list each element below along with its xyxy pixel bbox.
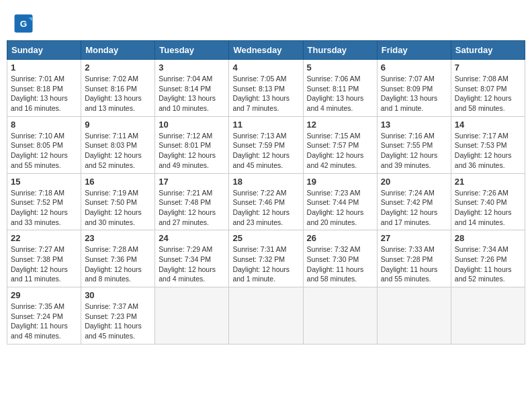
calendar-cell: 17Sunrise: 7:21 AMSunset: 7:48 PMDayligh… xyxy=(155,173,229,230)
weekday-wednesday: Wednesday xyxy=(229,41,303,60)
weekday-sunday: Sunday xyxy=(7,41,81,60)
calendar-cell xyxy=(155,287,229,345)
day-number: 6 xyxy=(381,62,447,73)
weekday-saturday: Saturday xyxy=(451,41,525,60)
calendar-table: SundayMondayTuesdayWednesdayThursdayFrid… xyxy=(7,40,525,345)
logo: G xyxy=(13,13,35,34)
day-info: Sunrise: 7:04 AMSunset: 8:14 PMDaylight:… xyxy=(159,74,225,113)
day-number: 21 xyxy=(455,177,521,187)
day-info: Sunrise: 7:27 AMSunset: 7:38 PMDaylight:… xyxy=(11,244,77,284)
weekday-thursday: Thursday xyxy=(303,41,377,60)
weekday-friday: Friday xyxy=(377,41,451,60)
calendar-cell: 10Sunrise: 7:12 AMSunset: 8:01 PMDayligh… xyxy=(155,116,229,173)
day-info: Sunrise: 7:07 AMSunset: 8:09 PMDaylight:… xyxy=(381,74,447,113)
calendar-cell: 16Sunrise: 7:19 AMSunset: 7:50 PMDayligh… xyxy=(81,173,155,230)
page-header: G xyxy=(7,7,525,37)
calendar-cell: 23Sunrise: 7:28 AMSunset: 7:36 PMDayligh… xyxy=(81,230,155,287)
calendar-cell: 6Sunrise: 7:07 AMSunset: 8:09 PMDaylight… xyxy=(377,60,451,117)
calendar-body: 1Sunrise: 7:01 AMSunset: 8:18 PMDaylight… xyxy=(7,60,525,345)
day-number: 23 xyxy=(85,233,151,243)
calendar-cell: 25Sunrise: 7:31 AMSunset: 7:32 PMDayligh… xyxy=(229,230,303,287)
calendar-cell: 15Sunrise: 7:18 AMSunset: 7:52 PMDayligh… xyxy=(7,173,81,230)
day-number: 7 xyxy=(455,62,521,73)
calendar-cell: 8Sunrise: 7:10 AMSunset: 8:05 PMDaylight… xyxy=(7,116,81,173)
calendar-cell: 11Sunrise: 7:13 AMSunset: 7:59 PMDayligh… xyxy=(229,116,303,173)
day-info: Sunrise: 7:12 AMSunset: 8:01 PMDaylight:… xyxy=(159,131,225,171)
day-number: 1 xyxy=(11,62,77,73)
calendar-cell: 12Sunrise: 7:15 AMSunset: 7:57 PMDayligh… xyxy=(303,116,377,173)
day-number: 5 xyxy=(307,62,373,73)
day-info: Sunrise: 7:26 AMSunset: 7:40 PMDaylight:… xyxy=(455,188,521,228)
day-info: Sunrise: 7:19 AMSunset: 7:50 PMDaylight:… xyxy=(85,188,151,228)
calendar-cell xyxy=(303,287,377,345)
calendar-cell: 22Sunrise: 7:27 AMSunset: 7:38 PMDayligh… xyxy=(7,230,81,287)
calendar-cell: 7Sunrise: 7:08 AMSunset: 8:07 PMDaylight… xyxy=(451,60,525,117)
calendar-cell: 28Sunrise: 7:34 AMSunset: 7:26 PMDayligh… xyxy=(451,230,525,287)
weekday-monday: Monday xyxy=(81,41,155,60)
calendar-cell: 21Sunrise: 7:26 AMSunset: 7:40 PMDayligh… xyxy=(451,173,525,230)
day-info: Sunrise: 7:28 AMSunset: 7:36 PMDaylight:… xyxy=(85,244,151,284)
day-info: Sunrise: 7:21 AMSunset: 7:48 PMDaylight:… xyxy=(159,188,225,228)
day-number: 17 xyxy=(159,177,225,187)
day-info: Sunrise: 7:06 AMSunset: 8:11 PMDaylight:… xyxy=(307,74,373,113)
day-number: 29 xyxy=(11,290,77,300)
day-info: Sunrise: 7:37 AMSunset: 7:23 PMDaylight:… xyxy=(85,302,151,341)
calendar-cell: 2Sunrise: 7:02 AMSunset: 8:16 PMDaylight… xyxy=(81,60,155,117)
calendar-cell: 9Sunrise: 7:11 AMSunset: 8:03 PMDaylight… xyxy=(81,116,155,173)
day-info: Sunrise: 7:34 AMSunset: 7:26 PMDaylight:… xyxy=(455,244,521,284)
day-number: 26 xyxy=(307,233,373,243)
day-info: Sunrise: 7:15 AMSunset: 7:57 PMDaylight:… xyxy=(307,131,373,171)
day-info: Sunrise: 7:35 AMSunset: 7:24 PMDaylight:… xyxy=(11,302,77,341)
svg-text:G: G xyxy=(20,19,28,29)
day-number: 16 xyxy=(85,177,151,187)
day-number: 19 xyxy=(307,177,373,187)
weekday-header-row: SundayMondayTuesdayWednesdayThursdayFrid… xyxy=(7,41,525,60)
calendar-cell xyxy=(377,287,451,345)
calendar-week-4: 22Sunrise: 7:27 AMSunset: 7:38 PMDayligh… xyxy=(7,230,525,287)
calendar-cell: 27Sunrise: 7:33 AMSunset: 7:28 PMDayligh… xyxy=(377,230,451,287)
calendar-cell: 4Sunrise: 7:05 AMSunset: 8:13 PMDaylight… xyxy=(229,60,303,117)
calendar-cell: 1Sunrise: 7:01 AMSunset: 8:18 PMDaylight… xyxy=(7,60,81,117)
day-number: 13 xyxy=(381,120,447,130)
day-number: 3 xyxy=(159,62,225,73)
calendar-cell: 18Sunrise: 7:22 AMSunset: 7:46 PMDayligh… xyxy=(229,173,303,230)
day-info: Sunrise: 7:33 AMSunset: 7:28 PMDaylight:… xyxy=(381,244,447,284)
day-info: Sunrise: 7:05 AMSunset: 8:13 PMDaylight:… xyxy=(232,74,299,113)
calendar-week-1: 1Sunrise: 7:01 AMSunset: 8:18 PMDaylight… xyxy=(7,60,525,117)
day-info: Sunrise: 7:08 AMSunset: 8:07 PMDaylight:… xyxy=(455,74,521,113)
day-number: 28 xyxy=(455,233,521,243)
day-number: 22 xyxy=(11,233,77,243)
day-info: Sunrise: 7:29 AMSunset: 7:34 PMDaylight:… xyxy=(159,244,225,284)
day-number: 15 xyxy=(11,177,77,187)
day-number: 27 xyxy=(381,233,447,243)
day-number: 20 xyxy=(381,177,447,187)
day-number: 25 xyxy=(232,233,299,243)
day-info: Sunrise: 7:16 AMSunset: 7:55 PMDaylight:… xyxy=(381,131,447,171)
calendar-cell: 5Sunrise: 7:06 AMSunset: 8:11 PMDaylight… xyxy=(303,60,377,117)
day-number: 24 xyxy=(159,233,225,243)
day-info: Sunrise: 7:11 AMSunset: 8:03 PMDaylight:… xyxy=(85,131,151,171)
day-info: Sunrise: 7:02 AMSunset: 8:16 PMDaylight:… xyxy=(85,74,151,113)
day-info: Sunrise: 7:24 AMSunset: 7:42 PMDaylight:… xyxy=(381,188,447,228)
calendar-week-2: 8Sunrise: 7:10 AMSunset: 8:05 PMDaylight… xyxy=(7,116,525,173)
calendar-cell: 3Sunrise: 7:04 AMSunset: 8:14 PMDaylight… xyxy=(155,60,229,117)
day-number: 30 xyxy=(85,290,151,300)
day-number: 11 xyxy=(232,120,299,130)
day-number: 10 xyxy=(159,120,225,130)
day-number: 2 xyxy=(85,62,151,73)
calendar-cell: 29Sunrise: 7:35 AMSunset: 7:24 PMDayligh… xyxy=(7,287,81,345)
calendar-cell: 30Sunrise: 7:37 AMSunset: 7:23 PMDayligh… xyxy=(81,287,155,345)
day-info: Sunrise: 7:32 AMSunset: 7:30 PMDaylight:… xyxy=(307,244,373,284)
weekday-tuesday: Tuesday xyxy=(155,41,229,60)
day-number: 4 xyxy=(232,62,299,73)
calendar-cell: 26Sunrise: 7:32 AMSunset: 7:30 PMDayligh… xyxy=(303,230,377,287)
day-info: Sunrise: 7:18 AMSunset: 7:52 PMDaylight:… xyxy=(11,188,77,228)
logo-icon: G xyxy=(13,13,34,34)
calendar-cell xyxy=(229,287,303,345)
day-number: 12 xyxy=(307,120,373,130)
calendar-cell: 13Sunrise: 7:16 AMSunset: 7:55 PMDayligh… xyxy=(377,116,451,173)
calendar-cell: 24Sunrise: 7:29 AMSunset: 7:34 PMDayligh… xyxy=(155,230,229,287)
day-number: 18 xyxy=(232,177,299,187)
day-number: 8 xyxy=(11,120,77,130)
calendar-cell: 20Sunrise: 7:24 AMSunset: 7:42 PMDayligh… xyxy=(377,173,451,230)
